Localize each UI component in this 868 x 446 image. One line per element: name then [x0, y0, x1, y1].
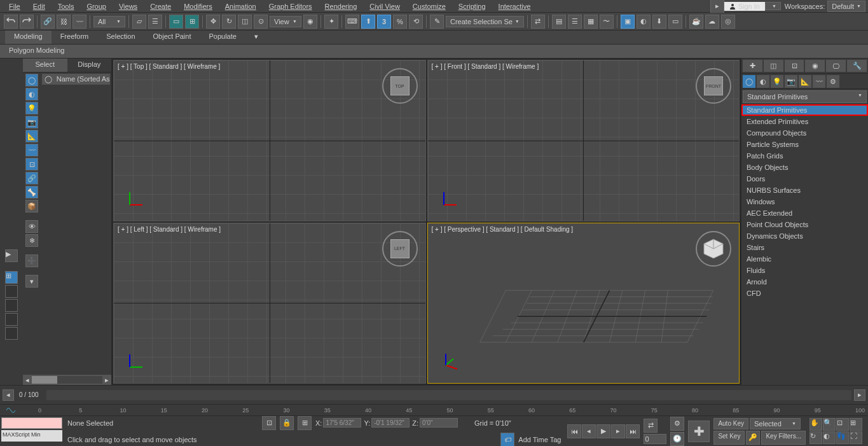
se-shapes-icon[interactable]: ◐ — [25, 88, 38, 101]
menu-tools[interactable]: Tools — [52, 1, 81, 11]
toggle-ribbon-icon[interactable]: ▦ — [584, 15, 598, 29]
helpers-cat-icon[interactable]: 📐 — [799, 75, 811, 88]
max-toggle-icon[interactable]: ⛶ — [850, 431, 862, 444]
list-item-cfd[interactable]: CFD — [741, 288, 868, 299]
workspaces-select[interactable]: Default — [827, 1, 865, 12]
vp-label[interactable]: [ + ] [ Top ] [ Standard ] [ Wireframe ] — [118, 63, 220, 70]
open-a360-icon[interactable]: ◎ — [721, 15, 735, 29]
se-spacewarps-icon[interactable]: 〰 — [25, 144, 38, 157]
sign-in-button[interactable]: Sign In — [724, 2, 765, 11]
menu-graph-editors[interactable]: Graph Editors — [263, 1, 319, 11]
big-key-icon[interactable]: ✚ — [688, 421, 710, 442]
se-collapse-icon[interactable]: ▾ — [25, 275, 38, 288]
tab-object-paint[interactable]: Object Paint — [144, 31, 200, 44]
x-input[interactable] — [323, 418, 361, 428]
undo-icon[interactable] — [4, 15, 18, 29]
autokey-button[interactable]: Auto Key — [713, 418, 748, 429]
se-scrollbar[interactable]: ◂ ▸ — [23, 375, 111, 385]
selection-lock-box[interactable] — [1, 417, 62, 429]
utilities-tab-icon[interactable]: 🔧 — [847, 60, 867, 72]
geometry-cat-icon[interactable]: ◯ — [743, 75, 755, 88]
list-item-aec-extended[interactable]: AEC Extended — [741, 207, 868, 219]
time-ruler[interactable]: 0510152025303540455055606570758085909510… — [0, 404, 868, 415]
walk-icon[interactable]: 👣 — [836, 431, 849, 444]
time-tag-icon[interactable]: 🏷 — [500, 433, 514, 447]
tl-left-icon[interactable]: ◂ — [3, 389, 14, 401]
layer-explorer-icon[interactable]: ☰ — [568, 15, 582, 29]
cameras-cat-icon[interactable]: 📷 — [785, 75, 797, 88]
layout-5-icon[interactable] — [5, 327, 18, 340]
menu-interactive[interactable]: Interactive — [492, 1, 537, 11]
list-item-stairs[interactable]: Stairs — [741, 242, 868, 253]
viewcube-front[interactable]: FRONT — [694, 67, 733, 105]
tab-polygon-modeling[interactable]: Polygon Modeling — [0, 45, 73, 58]
percent-snap-icon[interactable]: % — [393, 15, 407, 29]
spinner-snap-icon[interactable]: ⟲ — [409, 15, 423, 29]
rendered-frame-icon[interactable]: ▭ — [668, 15, 682, 29]
list-item-doors[interactable]: Doors — [741, 173, 868, 185]
angle-snap-icon[interactable]: 3 — [377, 15, 391, 29]
viewcube-persp[interactable] — [694, 230, 733, 268]
list-item-body-objects[interactable]: Body Objects — [741, 162, 868, 173]
link-icon[interactable]: 🔗 — [41, 15, 55, 29]
render-icon[interactable]: ☕ — [689, 15, 703, 29]
motion-tab-icon[interactable]: ◉ — [805, 60, 825, 72]
list-item-compound-objects[interactable]: Compound Objects — [741, 127, 868, 139]
layout-2-icon[interactable] — [5, 285, 18, 298]
se-tab-select[interactable]: Select — [23, 59, 67, 72]
layout-1-icon[interactable]: ⊞ — [5, 271, 18, 284]
unlink-icon[interactable]: ⛓ — [57, 15, 71, 29]
menu-create[interactable]: Create — [144, 1, 177, 11]
menu-views[interactable]: Views — [113, 1, 144, 11]
tab-populate[interactable]: Populate — [200, 31, 245, 44]
edit-named-sel-icon[interactable]: ✎ — [430, 15, 444, 29]
viewport-front[interactable]: [ + ] [ Front ] [ Standard ] [ Wireframe… — [427, 60, 740, 221]
list-item-standard-primitives[interactable]: Standard Primitives — [741, 104, 868, 116]
layout-4-icon[interactable] — [5, 313, 18, 326]
orbit-icon[interactable]: ↻ — [809, 431, 822, 444]
curve-editor-icon[interactable]: 〜 — [600, 15, 614, 29]
play-icon[interactable]: ▶ — [596, 424, 610, 438]
render-in-cloud-icon[interactable]: ☁ — [705, 15, 719, 29]
menu-customize[interactable]: Customize — [406, 1, 452, 11]
selection-filter[interactable]: All — [93, 16, 125, 27]
viewport-left[interactable]: [ + ] [ Left ] [ Standard ] [ Wireframe … — [113, 223, 426, 384]
goto-start-icon[interactable]: ⏮ — [567, 424, 581, 438]
keyfilters-button[interactable]: Key Filters... — [761, 431, 806, 445]
se-bones-icon[interactable]: 🦴 — [25, 186, 38, 199]
keyboard-shortcut-icon[interactable]: ⌨ — [345, 15, 359, 29]
list-item-patch-grids[interactable]: Patch Grids — [741, 150, 868, 162]
snap-toggle-icon[interactable]: ⬆ — [361, 15, 375, 29]
menu-file[interactable]: File — [3, 1, 27, 11]
scroll-left-icon[interactable]: ◂ — [23, 376, 32, 384]
viewcube-left[interactable]: LEFT — [381, 230, 419, 268]
bind-icon[interactable]: 〰 — [72, 15, 86, 29]
scroll-right-icon[interactable]: ▸ — [102, 376, 111, 384]
tab-modeling[interactable]: Modeling — [5, 31, 52, 44]
se-helpers-icon[interactable]: 📐 — [25, 130, 38, 143]
time-config-icon[interactable]: ⚙ — [670, 417, 684, 431]
signin-dropdown[interactable] — [765, 2, 781, 10]
play-icon[interactable]: ▶ — [5, 249, 18, 262]
lights-cat-icon[interactable]: 💡 — [771, 75, 783, 88]
viewport-perspective[interactable]: [ + ] [ Perspective ] [ Standard ] [ Def… — [427, 223, 740, 384]
se-geometry-icon[interactable]: ◯ — [25, 74, 38, 87]
menu-scripting[interactable]: Scripting — [452, 1, 492, 11]
menu-group[interactable]: Group — [80, 1, 113, 11]
named-selection-sets[interactable]: Create Selection Se — [446, 16, 524, 27]
time-slider[interactable] — [46, 390, 851, 400]
fov-icon[interactable]: ◐ — [823, 431, 836, 444]
se-lights-icon[interactable]: 💡 — [25, 102, 38, 115]
mirror-icon[interactable]: ⇄ — [531, 15, 545, 29]
menu-animation[interactable]: Animation — [219, 1, 263, 11]
layout-3-icon[interactable] — [5, 299, 18, 312]
window-crossing-icon[interactable]: ⊞ — [185, 15, 199, 29]
key-mode-icon[interactable]: ⇄ — [644, 419, 658, 433]
list-item-fluids[interactable]: Fluids — [741, 265, 868, 276]
align-icon[interactable]: ▤ — [552, 15, 566, 29]
select-object-icon[interactable]: ▱ — [132, 15, 146, 29]
scale-icon[interactable]: ◫ — [238, 15, 252, 29]
prev-frame-icon[interactable]: ◂ — [582, 424, 596, 438]
absolute-icon[interactable]: ⊞ — [298, 416, 312, 430]
tab-selection[interactable]: Selection — [97, 31, 144, 44]
